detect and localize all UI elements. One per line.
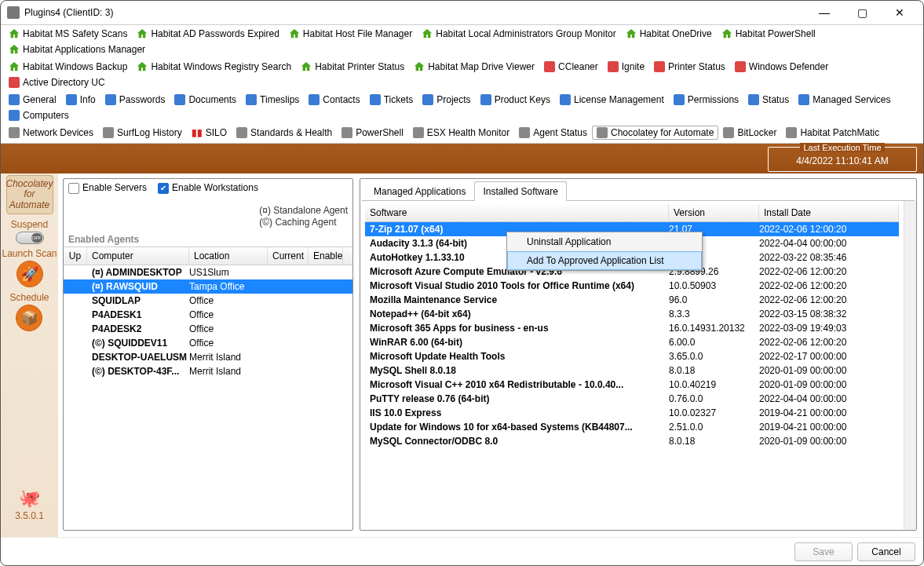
enable-servers-checkbox[interactable]: Enable Servers xyxy=(68,182,147,194)
toolbar-standards-health[interactable]: Standards & Health xyxy=(232,126,337,140)
software-row[interactable]: PuTTY release 0.76 (64-bit)0.76.0.02022-… xyxy=(365,392,899,406)
toolbar-status[interactable]: Status xyxy=(743,93,794,107)
toolbar-surflog-history[interactable]: SurfLog History xyxy=(98,126,187,140)
toolbar-ignite[interactable]: Ignite xyxy=(603,60,649,74)
toolbar-icon xyxy=(9,94,20,105)
software-version: 10.0.02327 xyxy=(669,407,759,418)
minimize-button[interactable]: — xyxy=(807,2,842,24)
toolbar-habitat-patchmatic[interactable]: Habitat PatchMatic xyxy=(781,126,884,140)
toolbar-icon xyxy=(105,94,116,105)
toolbar-powershell[interactable]: PowerShell xyxy=(337,126,408,140)
toolbar-habitat-applications-manager[interactable]: Habitat Applications Manager xyxy=(4,42,150,57)
software-grid-header: Software Version Install Date xyxy=(365,204,899,222)
software-row[interactable]: MySQL Connector/ODBC 8.08.0.182020-01-09… xyxy=(365,434,899,448)
software-row[interactable]: Microsoft 365 Apps for business - en-us1… xyxy=(365,321,899,335)
toolbar-habitat-windows-backup[interactable]: Habitat Windows Backup xyxy=(4,60,132,74)
tab-managed-applications[interactable]: Managed Applications xyxy=(365,181,474,201)
agent-name: DESKTOP-UAELUSM xyxy=(87,352,189,363)
toolbar-computers[interactable]: Computers xyxy=(4,108,74,122)
toolbar-bitlocker[interactable]: BitLocker xyxy=(718,126,781,140)
agent-row[interactable]: P4ADESK1Office xyxy=(64,308,352,322)
menu-uninstall-application[interactable]: Uninstall Application xyxy=(507,232,702,251)
toolbar-icon xyxy=(236,127,247,138)
software-row[interactable]: Microsoft Visual Studio 2010 Tools for O… xyxy=(365,279,899,293)
toolbar-projects[interactable]: Projects xyxy=(418,93,475,107)
close-button[interactable]: ✕ xyxy=(882,2,917,24)
agent-row[interactable]: (©) DESKTOP-43F...Merrit Island xyxy=(64,364,352,378)
toolbar-esx-health-monitor[interactable]: ESX Health Monitor xyxy=(408,126,514,140)
tab-installed-software[interactable]: Installed Software xyxy=(474,181,566,201)
toolbar-network-devices[interactable]: Network Devices xyxy=(4,126,98,140)
agent-row[interactable]: P4ADESK2Office xyxy=(64,322,352,336)
agent-name: SQUIDLAP xyxy=(87,295,189,306)
toolbar-habitat-local-administrators-group-monitor[interactable]: Habitat Local Administrators Group Monit… xyxy=(417,27,620,41)
toolbar-timeslips[interactable]: Timeslips xyxy=(241,93,304,107)
toolbar-habitat-host-file-manager[interactable]: Habitat Host File Manager xyxy=(284,27,417,41)
agent-name: (©) SQUIDDEV11 xyxy=(87,338,189,349)
agents-grid-body: (¤) ADMINDESKTOPUS1Slum(¤) RAWSQUIDTampa… xyxy=(64,265,352,530)
toolbar-icon xyxy=(246,94,257,105)
menu-add-to-approved-list[interactable]: Add To Approved Application List xyxy=(507,251,702,270)
toolbar-ccleaner[interactable]: CCleaner xyxy=(539,60,603,74)
software-version: 8.3.3 xyxy=(669,309,759,320)
toolbar-habitat-ms-safety-scans[interactable]: Habitat MS Safety Scans xyxy=(4,27,132,41)
software-panel: Managed Applications Installed Software … xyxy=(360,178,917,531)
toolbar-tickets[interactable]: Tickets xyxy=(365,93,418,107)
toolbar-icon xyxy=(748,94,759,105)
save-button[interactable]: Save xyxy=(794,542,853,561)
software-version: 6.00.0 xyxy=(669,337,759,348)
toolbar-icon xyxy=(413,127,424,138)
toolbar-habitat-windows-registry-search[interactable]: Habitat Windows Registry Search xyxy=(132,60,296,74)
toolbar-habitat-map-drive-viewer[interactable]: Habitat Map Drive Viewer xyxy=(409,60,539,74)
context-menu: Uninstall Application Add To Approved Ap… xyxy=(506,232,703,271)
toolbar-active-directory-uc[interactable]: Active Directory UC xyxy=(4,75,110,89)
cancel-button[interactable]: Cancel xyxy=(857,542,915,561)
software-row[interactable]: MySQL Shell 8.0.188.0.182020-01-09 00:00… xyxy=(365,363,899,378)
toolbar-info[interactable]: Info xyxy=(61,93,100,107)
toolbar-agent-status[interactable]: Agent Status xyxy=(514,126,592,140)
toolbar-silo[interactable]: ▮▮SILO xyxy=(187,126,232,140)
software-row[interactable]: IIS 10.0 Express10.0.023272019-04-21 00:… xyxy=(365,406,899,420)
agent-row[interactable]: (©) SQUIDDEV11Office xyxy=(64,336,352,350)
toolbar-license-management[interactable]: License Management xyxy=(555,93,669,107)
suspend-item[interactable]: Suspend OFF xyxy=(11,219,48,244)
enable-workstations-checkbox[interactable]: ✔Enable Workstations xyxy=(158,182,258,194)
toolbar-permissions[interactable]: Permissions xyxy=(669,93,743,107)
software-row[interactable]: Notepad++ (64-bit x64)8.3.32022-03-15 08… xyxy=(365,307,899,321)
schedule-item[interactable]: Schedule 📦 xyxy=(9,292,49,331)
agent-row[interactable]: DESKTOP-UAELUSMMerrit Island xyxy=(64,350,352,364)
toolbar-product-keys[interactable]: Product Keys xyxy=(476,93,555,107)
maximize-button[interactable]: ▢ xyxy=(845,2,879,24)
software-row[interactable]: Microsoft Visual C++ 2010 x64 Redistribu… xyxy=(365,378,899,392)
software-row[interactable]: WinRAR 6.00 (64-bit)6.00.02022-02-06 12:… xyxy=(365,335,899,349)
agent-row[interactable]: (¤) ADMINDESKTOPUS1Slum xyxy=(64,265,352,279)
software-name: Update for Windows 10 for x64-based Syst… xyxy=(365,422,669,433)
toolbar-habitat-printer-status[interactable]: Habitat Printer Status xyxy=(296,60,409,74)
toolbar-documents[interactable]: Documents xyxy=(170,93,241,107)
software-version: 16.0.14931.20132 xyxy=(669,323,759,334)
toolbar-contacts[interactable]: Contacts xyxy=(304,93,364,107)
toolbar-habitat-powershell[interactable]: Habitat PowerShell xyxy=(717,27,820,41)
sidebar: Chocolatey for Automate Suspend OFF Laun… xyxy=(1,173,58,537)
octopus-icon: 🐙 xyxy=(19,488,40,509)
toolbar-printer-status[interactable]: Printer Status xyxy=(649,60,730,74)
toolbar-habitat-onedrive[interactable]: Habitat OneDrive xyxy=(621,27,717,41)
software-date: 2022-02-17 00:00:00 xyxy=(759,351,899,362)
agent-row[interactable]: (¤) RAWSQUIDTampa Office xyxy=(64,279,352,294)
software-row[interactable]: Update for Windows 10 for x64-based Syst… xyxy=(365,420,899,434)
scrollbar[interactable] xyxy=(904,201,916,530)
toolbar-general[interactable]: General xyxy=(4,93,61,107)
suspend-toggle[interactable]: OFF xyxy=(16,232,44,244)
toolbar-passwords[interactable]: Passwords xyxy=(100,93,170,107)
toolbar-managed-services[interactable]: Managed Services xyxy=(794,93,895,107)
software-date: 2022-04-04 00:00:00 xyxy=(759,238,899,249)
software-row[interactable]: Mozilla Maintenance Service96.02022-02-0… xyxy=(365,293,899,307)
toolbar-chocolatey-for-automate[interactable]: Chocolatey for Automate xyxy=(592,126,718,140)
toolbar-habitat-ad-passwords-expired[interactable]: Habitat AD Passwords Expired xyxy=(132,27,283,41)
chocolatey-logo: Chocolatey for Automate xyxy=(6,175,53,214)
toolbar-icon xyxy=(341,127,352,138)
software-row[interactable]: Microsoft Update Health Tools3.65.0.0202… xyxy=(365,349,899,363)
launch-scan-item[interactable]: Launch Scan 🚀 xyxy=(2,249,57,287)
agent-row[interactable]: SQUIDLAPOffice xyxy=(64,294,352,308)
toolbar-windows-defender[interactable]: Windows Defender xyxy=(730,60,833,74)
